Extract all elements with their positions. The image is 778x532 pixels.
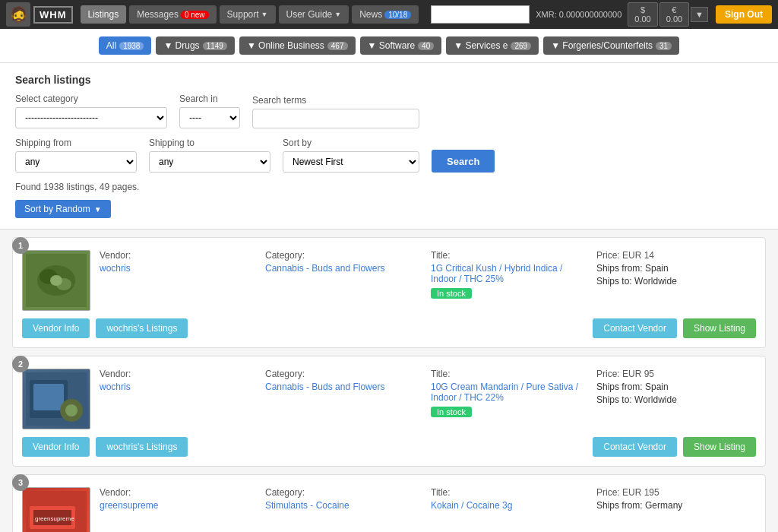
usd-balance-button[interactable]: $ 0.00 bbox=[628, 2, 657, 27]
tab-online-count: 467 bbox=[327, 42, 348, 50]
news-nav-button[interactable]: News 10/18 bbox=[352, 5, 419, 24]
userguide-caret-icon: ▼ bbox=[334, 11, 341, 18]
tab-software-count: 40 bbox=[418, 42, 434, 50]
ships-to-2: Ships to: Worldwide bbox=[596, 394, 756, 405]
tab-all-label: All bbox=[106, 40, 116, 51]
xmr-balance: XMR: 0.000000000000 bbox=[536, 10, 621, 19]
shipping-to-select[interactable]: any bbox=[149, 151, 270, 173]
balance-group: $ 0.00 € 0.00 ▼ bbox=[628, 2, 708, 27]
title-link-3[interactable]: Kokain / Cocaine 3g bbox=[431, 500, 590, 511]
userguide-nav-button[interactable]: User Guide ▼ bbox=[279, 5, 349, 24]
vendor-info-button-2[interactable]: Vendor Info bbox=[22, 437, 90, 457]
category-link-3[interactable]: Stimulants - Cocaine bbox=[265, 500, 425, 511]
listing-number-1: 1 bbox=[12, 237, 29, 254]
title-label-2: Title: bbox=[431, 369, 590, 379]
title-link-2[interactable]: 10G Cream Mandarin / Pure Sativa / Indoo… bbox=[431, 382, 590, 403]
title-link-1[interactable]: 1G Critical Kush / Hybrid Indica / Indoo… bbox=[431, 263, 590, 284]
tab-online-label: ▼ Online Business bbox=[247, 40, 324, 51]
listing-image-2 bbox=[22, 369, 90, 429]
tab-drugs[interactable]: ▼ Drugs 1149 bbox=[156, 36, 234, 55]
vendor-label-3: Vendor: bbox=[100, 487, 259, 498]
whm-logo: WHM bbox=[33, 6, 73, 24]
messages-badge: 0 new bbox=[181, 11, 209, 19]
signout-button[interactable]: Sign Out bbox=[716, 5, 772, 24]
listing-category-col-2: Category: Cannabis - Buds and Flowers bbox=[265, 369, 425, 429]
sort-random-caret-icon: ▼ bbox=[94, 205, 102, 214]
listing-vendor-col-2: Vendor: wochris bbox=[100, 369, 259, 429]
nav-search-input[interactable] bbox=[431, 5, 530, 24]
vendor-link-1[interactable]: wochris bbox=[100, 263, 259, 274]
listing-image-1 bbox=[22, 250, 90, 311]
listing-inner-1: Vendor: wochris Category: Cannabis - Bud… bbox=[22, 247, 756, 311]
tab-software[interactable]: ▼ Software 40 bbox=[360, 36, 442, 55]
vendor-info-button-1[interactable]: Vendor Info bbox=[22, 318, 90, 338]
contact-vendor-button-2[interactable]: Contact Vendor bbox=[593, 437, 677, 457]
price-label-1: Price: EUR 14 bbox=[596, 250, 756, 261]
listings-nav-button[interactable]: Listings bbox=[81, 5, 127, 24]
support-nav-button[interactable]: Support ▼ bbox=[220, 5, 276, 24]
vendor-link-2[interactable]: wochris bbox=[100, 382, 259, 392]
tab-services-label: ▼ Services e bbox=[454, 40, 508, 51]
search-terms-input[interactable] bbox=[252, 109, 419, 128]
shipping-to-group: Shipping to any bbox=[149, 138, 270, 173]
vendor-label-1: Vendor: bbox=[100, 250, 259, 261]
svg-point-4 bbox=[50, 275, 62, 286]
search-in-label: Search in bbox=[179, 93, 240, 104]
messages-nav-button[interactable]: Messages 0 new bbox=[129, 5, 216, 24]
show-listing-button-2[interactable]: Show Listing bbox=[683, 437, 756, 457]
shipping-from-select[interactable]: any bbox=[15, 151, 137, 173]
search-title: Search listings bbox=[15, 74, 763, 86]
listing-actions-1: Vendor Info wochris's Listings Contact V… bbox=[22, 318, 756, 338]
listing-category-col-1: Category: Cannabis - Buds and Flowers bbox=[265, 250, 425, 311]
sort-random-button[interactable]: Sort by Random ▼ bbox=[15, 200, 111, 218]
listing-actions-2: Vendor Info wochris's Listings Contact V… bbox=[22, 437, 756, 457]
listing-title-col-3: Title: Kokain / Cocaine 3g bbox=[431, 487, 590, 532]
sort-by-group: Sort by Newest First bbox=[283, 138, 419, 173]
listing-number-3: 3 bbox=[12, 474, 29, 491]
balance-dropdown-button[interactable]: ▼ bbox=[691, 7, 708, 22]
listing-title-col-1: Title: 1G Critical Kush / Hybrid Indica … bbox=[431, 250, 590, 311]
ships-from-3: Ships from: Germany bbox=[596, 500, 756, 511]
vendor-link-3[interactable]: greensupreme bbox=[100, 500, 259, 511]
sort-by-label: Sort by bbox=[283, 138, 419, 148]
shipping-from-label: Shipping from bbox=[15, 138, 137, 148]
tab-forgeries[interactable]: ▼ Forgeries/Counterfeits 31 bbox=[543, 36, 679, 55]
category-label-2: Category: bbox=[265, 369, 425, 379]
ships-to-1: Ships to: Worldwide bbox=[596, 276, 756, 287]
sort-by-select[interactable]: Newest First bbox=[283, 151, 419, 173]
tab-online-business[interactable]: ▼ Online Business 467 bbox=[239, 36, 356, 55]
listing-actions-right-2: Contact Vendor Show Listing bbox=[593, 437, 756, 457]
eur-balance-button[interactable]: € 0.00 bbox=[659, 2, 689, 27]
tab-services[interactable]: ▼ Services e 269 bbox=[446, 36, 539, 55]
listing-number-2: 2 bbox=[12, 356, 29, 372]
tab-forgeries-label: ▼ Forgeries/Counterfeits bbox=[551, 40, 653, 51]
tab-all-count: 1938 bbox=[119, 42, 144, 50]
svg-text:greensupreme: greensupreme bbox=[35, 515, 74, 522]
results-info: Found 1938 listings, 49 pages. bbox=[15, 182, 763, 192]
tab-drugs-label: ▼ Drugs bbox=[163, 40, 199, 51]
shipping-to-label: Shipping to bbox=[149, 138, 270, 148]
search-panel: Search listings Select category --------… bbox=[0, 63, 778, 230]
category-group: Select category ------------------------ bbox=[15, 93, 167, 128]
listing-actions-left-2: Vendor Info wochris's Listings bbox=[22, 437, 188, 457]
category-link-2[interactable]: Cannabis - Buds and Flowers bbox=[265, 382, 425, 392]
tab-services-count: 269 bbox=[511, 42, 531, 50]
listing-vendor-col-1: Vendor: wochris bbox=[100, 250, 259, 311]
show-listing-button-1[interactable]: Show Listing bbox=[683, 318, 756, 338]
ships-from-2: Ships from: Spain bbox=[596, 382, 756, 392]
price-label-2: Price: EUR 95 bbox=[596, 369, 756, 379]
vendor-listings-button-2[interactable]: wochris's Listings bbox=[96, 437, 188, 457]
search-row-2: Shipping from any Shipping to any Sort b… bbox=[15, 138, 763, 173]
support-caret-icon: ▼ bbox=[261, 11, 268, 18]
svg-point-9 bbox=[65, 404, 77, 416]
category-select[interactable]: ------------------------ bbox=[15, 107, 167, 128]
search-in-select[interactable]: ---- bbox=[179, 107, 240, 128]
search-button[interactable]: Search bbox=[432, 150, 495, 173]
tab-all[interactable]: All 1938 bbox=[99, 36, 152, 55]
svg-rect-7 bbox=[33, 384, 64, 410]
search-terms-label: Search terms bbox=[252, 95, 419, 106]
vendor-listings-button-1[interactable]: wochris's Listings bbox=[96, 318, 188, 338]
category-link-1[interactable]: Cannabis - Buds and Flowers bbox=[265, 263, 425, 274]
search-terms-group: Search terms bbox=[252, 95, 419, 128]
contact-vendor-button-1[interactable]: Contact Vendor bbox=[593, 318, 677, 338]
